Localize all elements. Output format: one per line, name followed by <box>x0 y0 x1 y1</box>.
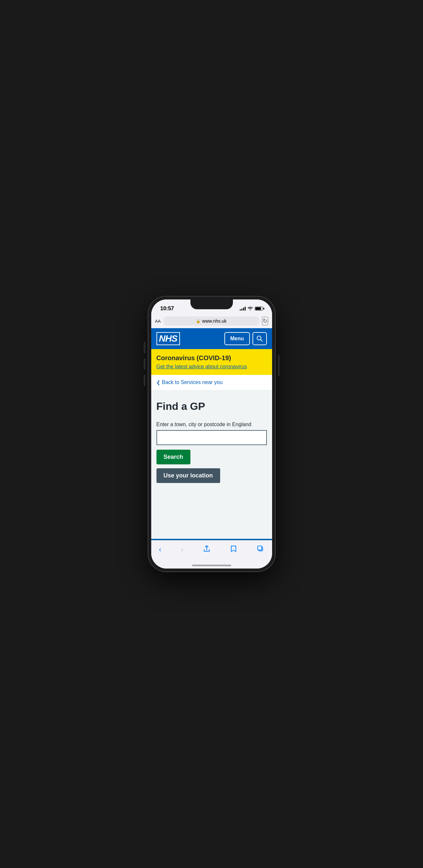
search-button[interactable]: Search <box>156 450 190 464</box>
menu-button[interactable]: Menu <box>224 332 250 345</box>
wifi-icon <box>248 306 253 311</box>
url-text: www.nhs.uk <box>202 318 227 323</box>
font-size-control[interactable]: AA <box>155 319 161 323</box>
tabs-icon <box>257 545 264 554</box>
back-nav-button[interactable]: ‹ <box>158 544 163 555</box>
forward-nav-icon: › <box>181 545 183 554</box>
home-indicator <box>151 562 272 568</box>
address-bar: AA 🔒 www.nhs.uk ↻ <box>151 314 272 328</box>
svg-rect-3 <box>258 546 262 550</box>
status-time: 10:57 <box>160 305 174 312</box>
page-title: Find a GP <box>156 400 267 412</box>
notch <box>190 300 233 309</box>
tabs-button[interactable] <box>255 544 265 556</box>
url-bar[interactable]: 🔒 www.nhs.uk <box>163 316 259 326</box>
covid-title: Coronavirus (COVID-19) <box>156 354 267 362</box>
share-icon <box>203 545 210 554</box>
home-bar <box>192 565 231 566</box>
breadcrumb-link[interactable]: ❮ Back to Services near you <box>156 379 267 385</box>
search-label: Enter a town, city or postcode in Englan… <box>156 422 267 428</box>
svg-line-1 <box>261 340 262 341</box>
nhs-header: NHS Menu <box>151 328 272 349</box>
breadcrumb-text: Back to Services near you <box>162 379 223 385</box>
reload-button[interactable]: ↻ <box>262 317 268 325</box>
covid-link[interactable]: Get the latest advice about coronavirus <box>156 364 247 369</box>
covid-banner: Coronavirus (COVID-19) Get the latest ad… <box>151 349 272 375</box>
battery-icon <box>255 307 263 311</box>
share-button[interactable] <box>202 544 212 556</box>
back-nav-icon: ‹ <box>159 545 161 554</box>
svg-point-0 <box>257 336 261 340</box>
back-chevron-icon: ❮ <box>156 380 160 385</box>
bookmarks-button[interactable] <box>229 544 238 556</box>
nhs-logo: NHS <box>156 332 180 345</box>
forward-nav-button[interactable]: › <box>180 544 185 555</box>
phone-frame: 10:57 <box>148 296 275 572</box>
phone-screen: 10:57 <box>151 300 272 568</box>
use-location-button[interactable]: Use your location <box>156 468 220 483</box>
browser-content: NHS Menu Coronavirus (COVID-19) Get the … <box>151 328 272 540</box>
status-icons <box>240 306 263 311</box>
lock-icon: 🔒 <box>196 319 201 323</box>
signal-icon <box>240 307 246 311</box>
browser-toolbar: ‹ › <box>151 540 272 562</box>
status-bar: 10:57 <box>151 300 272 314</box>
main-content: Find a GP Enter a town, city or postcode… <box>151 390 272 539</box>
search-input[interactable] <box>156 430 267 445</box>
header-buttons: Menu <box>224 332 267 345</box>
bookmarks-icon <box>230 545 237 554</box>
breadcrumb: ❮ Back to Services near you <box>151 375 272 390</box>
search-button-header[interactable] <box>252 332 267 345</box>
